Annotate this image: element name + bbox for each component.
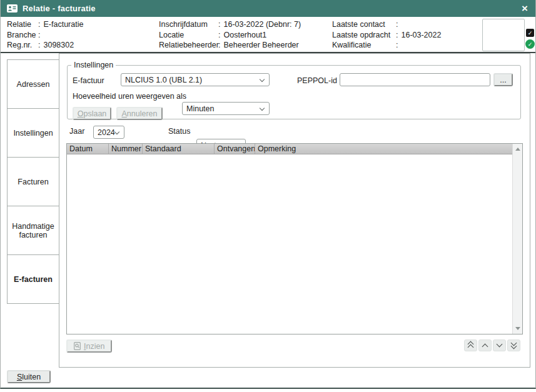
left-tab-strip: Adressen Instellingen Facturen Handmatig… xyxy=(7,59,59,304)
scrollbar-up-icon[interactable] xyxy=(515,148,520,151)
tab-e-facturen[interactable]: E-facturen xyxy=(7,254,59,304)
tab-adressen[interactable]: Adressen xyxy=(7,59,59,109)
status-label: Status xyxy=(168,127,190,136)
titlebar: Relatie - facturatie × xyxy=(1,0,535,17)
sluiten-button[interactable]: Sluiten xyxy=(7,370,51,383)
column-header-datum[interactable]: Datum xyxy=(67,144,109,154)
chevron-down-icon xyxy=(497,341,503,348)
window-title: Relatie - facturatie xyxy=(23,4,96,13)
preview-document-icon xyxy=(74,342,81,350)
regnr-value: 3098302 xyxy=(43,40,74,51)
peppol-more-button[interactable]: ... xyxy=(493,73,513,86)
uren-weergeven-select[interactable]: Minuten xyxy=(182,102,270,115)
status-ok-icon: ✓ xyxy=(525,39,535,49)
e-facturen-panel: Instellingen E-factuur NLCIUS 1.0 (UBL 2… xyxy=(59,53,530,368)
scroll-up-button[interactable] xyxy=(478,339,492,351)
scroll-down-button[interactable] xyxy=(493,339,506,351)
uren-weergeven-label: Hoeveelheid uren weergeven als xyxy=(73,90,186,103)
laatste-opdracht-value: 16-03-2022 xyxy=(401,30,441,41)
inschrijfdatum-label: Inschrijfdatum xyxy=(159,19,217,30)
separator: : xyxy=(37,40,43,51)
opslaan-button-label: Opslaan xyxy=(78,109,107,118)
separator: : xyxy=(395,40,401,51)
chevron-down-icon xyxy=(260,106,265,111)
scroll-to-top-button[interactable] xyxy=(464,339,477,351)
chevrons-up-icon xyxy=(468,344,474,351)
separator: : xyxy=(217,30,223,41)
separator: : xyxy=(217,40,223,51)
peppol-id-input[interactable] xyxy=(340,73,490,86)
efactuur-select[interactable]: NLCIUS 1.0 (UBL 2.1) xyxy=(121,73,270,86)
relatie-label: Relatie xyxy=(7,19,37,30)
relatiebeheerder-value: Beheerder Beheerder xyxy=(223,40,298,51)
dialog-body: Adressen Instellingen Facturen Handmatig… xyxy=(1,53,535,388)
column-header-standaard[interactable]: Standaard xyxy=(143,144,215,154)
filter-row: Jaar 2024 Status N.v.t. xyxy=(59,126,530,139)
chevron-up-icon xyxy=(482,344,488,350)
uren-select-value: Minuten xyxy=(186,104,214,113)
relation-card-icon xyxy=(7,4,18,13)
relatiebeheerder-label: Relatiebeheerder xyxy=(159,40,217,51)
jaar-label: Jaar xyxy=(69,127,84,136)
relatie-value: E-facturatie xyxy=(43,19,83,30)
jaar-select[interactable]: 2024 xyxy=(93,126,124,139)
table-header-row: Datum Nummer Standaard Ontvangen Opmerki… xyxy=(67,144,512,154)
tab-instellingen[interactable]: Instellingen xyxy=(7,108,59,158)
efactuur-label: E-factuur xyxy=(73,74,104,88)
separator: : xyxy=(395,30,401,41)
annuleren-button[interactable]: Annuleren xyxy=(116,107,163,120)
laatste-contact-label: Laatste contact xyxy=(332,19,395,30)
record-navigation xyxy=(464,339,520,351)
relation-header: Relatie:E-facturatie Branche: Reg.nr.:30… xyxy=(1,17,535,53)
separator: : xyxy=(217,19,223,30)
header-column-2: Inschrijfdatum:16-03-2022 (Debnr: 7) Loc… xyxy=(159,19,332,51)
checked-checkbox-icon[interactable]: ✓ xyxy=(526,29,534,37)
regnr-label: Reg.nr. xyxy=(7,40,37,51)
close-icon[interactable]: × xyxy=(520,3,529,14)
column-header-opmerking[interactable]: Opmerking xyxy=(255,144,512,154)
scrollbar-down-icon[interactable] xyxy=(515,327,520,330)
jaar-select-value: 2024 xyxy=(98,128,115,137)
separator: : xyxy=(395,19,401,30)
header-column-3: Laatste contact: Laatste opdracht:16-03-… xyxy=(332,19,488,51)
kwalificatie-label: Kwalificatie xyxy=(332,40,395,51)
chevron-down-icon xyxy=(260,77,265,82)
header-column-1: Relatie:E-facturatie Branche: Reg.nr.:30… xyxy=(7,19,159,51)
chevrons-down-icon xyxy=(511,343,517,349)
branche-label: Branche xyxy=(7,30,37,41)
tab-handmatige-facturen[interactable]: Handmatige facturen xyxy=(7,206,59,255)
column-header-nummer[interactable]: Nummer xyxy=(109,144,143,154)
photo-placeholder xyxy=(482,19,525,51)
ellipsis-icon: ... xyxy=(500,76,506,84)
separator: : xyxy=(37,19,43,30)
inschrijfdatum-value: 16-03-2022 (Debnr: 7) xyxy=(223,19,301,30)
separator: : xyxy=(37,30,43,41)
annuleren-button-label: Annuleren xyxy=(122,109,158,118)
table-vertical-scrollbar[interactable] xyxy=(512,144,522,334)
tab-facturen[interactable]: Facturen xyxy=(7,157,59,206)
e-facturen-table: Datum Nummer Standaard Ontvangen Opmerki… xyxy=(66,143,523,334)
relatie-facturatie-dialog: Relatie - facturatie × Relatie:E-factura… xyxy=(0,0,536,389)
scroll-to-bottom-button[interactable] xyxy=(507,339,520,351)
instellingen-legend: Instellingen xyxy=(71,61,116,69)
column-header-ontvangen[interactable]: Ontvangen xyxy=(215,144,255,154)
laatste-opdracht-label: Laatste opdracht xyxy=(332,30,395,41)
locatie-label: Locatie xyxy=(159,30,217,41)
locatie-value: Oosterhout1 xyxy=(223,30,266,41)
opslaan-button[interactable]: Opslaan xyxy=(73,107,111,120)
instellingen-groupbox: Instellingen E-factuur NLCIUS 1.0 (UBL 2… xyxy=(67,61,521,119)
efactuur-select-value: NLCIUS 1.0 (UBL 2.1) xyxy=(125,76,202,84)
peppol-id-label: PEPPOL-id xyxy=(297,74,337,88)
inzien-button[interactable]: Inzien xyxy=(66,339,112,353)
inzien-button-label: Inzien xyxy=(84,342,104,351)
sluiten-button-label: Sluiten xyxy=(17,373,41,381)
chevron-down-icon xyxy=(114,129,119,134)
